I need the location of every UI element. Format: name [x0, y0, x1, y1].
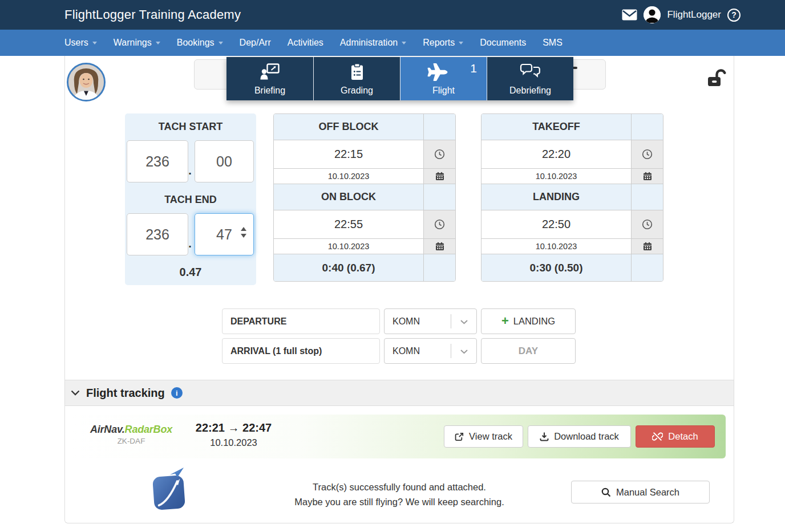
- off-block-date-input[interactable]: 10.10.2023: [274, 169, 423, 184]
- add-landing-button[interactable]: + LANDING: [481, 308, 576, 334]
- calendar-icon[interactable]: [423, 239, 455, 254]
- calendar-icon[interactable]: [631, 239, 663, 254]
- nav-item-administration[interactable]: Administration: [340, 38, 406, 48]
- spinner-up-icon[interactable]: [241, 227, 246, 231]
- unlock-icon[interactable]: [706, 68, 727, 88]
- landing-label: LANDING: [481, 184, 631, 210]
- messages-icon[interactable]: [622, 9, 637, 21]
- page-title: FlightLogger Training Academy: [64, 7, 241, 22]
- info-icon[interactable]: i: [171, 387, 183, 399]
- download-track-label: Download track: [554, 431, 619, 442]
- track-times: 22:21 → 22:47 10.10.2023: [184, 421, 284, 448]
- track-provider: AirNav.RadarBox ZK-DAF: [86, 424, 177, 445]
- off-block-time-input[interactable]: 22:15: [274, 140, 423, 168]
- nav-item-reports[interactable]: Reports: [423, 38, 463, 48]
- tach-total: 0.47: [125, 259, 256, 285]
- arrival-airport-select[interactable]: KOMN: [384, 338, 477, 364]
- status-line-1: Track(s) successfully found and attached…: [228, 480, 570, 494]
- nav-item-users[interactable]: Users: [64, 38, 97, 48]
- chevron-down-icon[interactable]: [71, 390, 80, 396]
- tab-label: Debriefing: [509, 86, 551, 96]
- departure-airport-select[interactable]: KOMN: [384, 308, 477, 334]
- nav-item-dep-arr[interactable]: Dep/Arr: [240, 38, 271, 48]
- on-block-time-input[interactable]: 22:55: [274, 210, 423, 238]
- landing-time-input[interactable]: 22:50: [481, 210, 631, 238]
- on-block-label: ON BLOCK: [274, 184, 423, 210]
- tab-debriefing[interactable]: Debriefing: [487, 57, 573, 100]
- aircraft-registration: ZK-DAF: [86, 437, 177, 445]
- paper-plane-icon: [170, 468, 184, 477]
- help-icon[interactable]: ?: [727, 9, 741, 22]
- landing-date-input[interactable]: 10.10.2023: [481, 239, 631, 254]
- view-track-button[interactable]: View track: [444, 425, 523, 448]
- spinner-down-icon[interactable]: [241, 234, 246, 238]
- manual-search-label: Manual Search: [616, 487, 679, 498]
- tach-start-label: TACH START: [125, 113, 256, 140]
- arrival-label: ARRIVAL (1 full stop): [222, 338, 380, 364]
- flight-tracking-section-header[interactable]: Flight tracking i: [65, 380, 734, 406]
- takeoff-label: TAKEOFF: [481, 114, 631, 140]
- number-spinner[interactable]: [241, 227, 246, 238]
- caret-down-icon: [92, 42, 97, 44]
- section-title: Flight tracking: [86, 387, 165, 400]
- tach-end-label: TACH END: [125, 186, 256, 213]
- takeoff-time-input[interactable]: 22:20: [481, 140, 631, 168]
- tab-label: Flight: [432, 86, 455, 96]
- decimal-separator: .: [186, 237, 194, 250]
- nav-item-documents[interactable]: Documents: [480, 38, 526, 48]
- nav-item-bookings[interactable]: Bookings: [177, 38, 223, 48]
- calendar-icon[interactable]: [423, 169, 455, 184]
- arrow-right-icon: →: [228, 421, 240, 434]
- block-total: 0:40 (0.67): [274, 254, 423, 281]
- day-label: DAY: [519, 346, 538, 357]
- block-times-table: OFF BLOCK 22:15 10.10.2023 ON BLOCK 22:5…: [273, 113, 456, 282]
- tab-label: Briefing: [254, 86, 285, 96]
- clock-icon[interactable]: [631, 210, 663, 238]
- unlink-icon: [652, 431, 663, 442]
- provider-name-airnav: AirNav.: [90, 424, 125, 435]
- tab-grading[interactable]: Grading: [313, 57, 400, 100]
- status-line-2: Maybe you are still flying? We will keep…: [228, 494, 570, 509]
- nav-item-activities[interactable]: Activities: [288, 38, 323, 48]
- nav-item-sms[interactable]: SMS: [543, 38, 563, 48]
- day-button[interactable]: DAY: [481, 338, 576, 364]
- download-icon: [540, 432, 549, 441]
- grading-icon: [314, 63, 400, 80]
- departure-label: DEPARTURE: [222, 308, 380, 334]
- tach-end-whole-input[interactable]: [127, 213, 188, 255]
- student-avatar[interactable]: [67, 63, 106, 101]
- tach-start-frac-input[interactable]: [195, 140, 254, 182]
- clock-icon[interactable]: [631, 140, 663, 168]
- divider: [451, 344, 451, 358]
- departure-airport-value: KOMN: [392, 316, 420, 327]
- track-end-time: 22:47: [242, 421, 272, 434]
- chevron-down-icon: [460, 350, 468, 354]
- add-landing-label: LANDING: [513, 316, 555, 327]
- clock-icon[interactable]: [423, 140, 455, 168]
- external-link-icon: [455, 432, 464, 441]
- tab-label: Grading: [341, 86, 373, 96]
- tach-start-whole-input[interactable]: [127, 140, 188, 182]
- nav-item-warnings[interactable]: Warnings: [114, 38, 160, 48]
- on-block-date-input[interactable]: 10.10.2023: [274, 239, 423, 254]
- briefing-icon: [226, 63, 313, 80]
- provider-name-radarbox: RadarBox: [125, 424, 172, 435]
- clock-icon[interactable]: [423, 210, 455, 238]
- download-track-button[interactable]: Download track: [528, 425, 631, 448]
- radarbox-logo: [153, 468, 190, 510]
- tab-flight[interactable]: 1 Flight: [400, 57, 487, 100]
- track-start-time: 22:21: [196, 421, 225, 434]
- takeoff-date-input[interactable]: 10.10.2023: [481, 169, 631, 184]
- user-avatar-icon[interactable]: [644, 6, 661, 23]
- detach-button[interactable]: Detach: [636, 425, 715, 448]
- attached-track-row: AirNav.RadarBox ZK-DAF 22:21 → 22:47 10.…: [72, 415, 726, 458]
- calendar-icon[interactable]: [631, 169, 663, 184]
- caret-down-icon: [218, 42, 223, 44]
- manual-search-button[interactable]: Manual Search: [571, 481, 710, 503]
- tab-briefing[interactable]: Briefing: [226, 57, 313, 100]
- flight-times-table: TAKEOFF 22:20 10.10.2023 LANDING 22:50 1…: [481, 113, 663, 282]
- radarbox-app-icon: [152, 475, 185, 510]
- flight-total: 0:30 (0.50): [481, 254, 631, 281]
- account-name[interactable]: FlightLogger: [667, 9, 721, 21]
- caret-down-icon: [459, 42, 463, 44]
